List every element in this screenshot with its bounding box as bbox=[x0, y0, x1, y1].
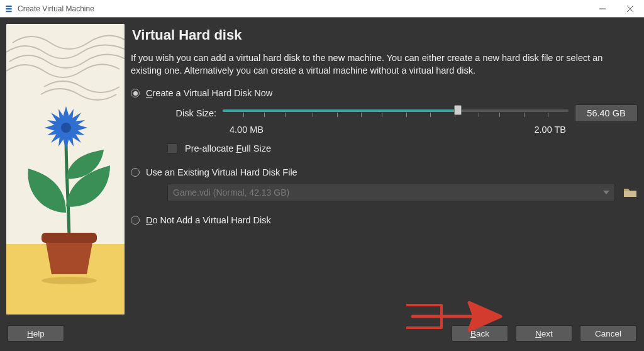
preallocate-label: Pre-allocate Full Size bbox=[185, 143, 271, 153]
minimize-button[interactable] bbox=[589, 0, 616, 18]
title-bar: Create Virtual Machine bbox=[0, 0, 644, 18]
disk-size-min: 4.00 MB bbox=[230, 125, 264, 135]
chevron-down-icon bbox=[603, 191, 609, 194]
wizard-panel: Virtual Hard disk If you wish you can ad… bbox=[131, 24, 638, 321]
existing-disk-value: Game.vdi (Normal, 42.13 GB) bbox=[173, 187, 289, 198]
radio-create-disk[interactable] bbox=[131, 89, 140, 98]
disk-size-label: Disk Size: bbox=[167, 108, 216, 118]
option-use-existing-label: Use an Existing Virtual Hard Disk File bbox=[146, 167, 297, 177]
page-title: Virtual Hard disk bbox=[132, 27, 638, 43]
next-button[interactable]: Next bbox=[516, 325, 572, 342]
slider-thumb[interactable] bbox=[454, 105, 462, 115]
page-description: If you wish you can add a virtual hard d… bbox=[131, 52, 621, 77]
preallocate-checkbox[interactable] bbox=[167, 143, 177, 153]
option-create-disk[interactable]: Create a Virtual Hard Disk Now bbox=[131, 88, 638, 98]
option-use-existing[interactable]: Use an Existing Virtual Hard Disk File bbox=[131, 167, 638, 177]
back-button[interactable]: Back bbox=[452, 325, 508, 342]
svg-point-6 bbox=[61, 123, 71, 133]
option-no-disk-label: Do Not Add a Virtual Hard Disk bbox=[146, 215, 271, 225]
svg-rect-7 bbox=[42, 233, 97, 243]
close-button[interactable] bbox=[616, 0, 644, 18]
radio-use-existing[interactable] bbox=[131, 168, 140, 177]
wizard-illustration bbox=[6, 24, 125, 315]
option-no-disk[interactable]: Do Not Add a Virtual Hard Disk bbox=[131, 215, 638, 225]
existing-disk-combo[interactable]: Game.vdi (Normal, 42.13 GB) bbox=[167, 184, 615, 201]
disk-size-value[interactable]: 56.40 GB bbox=[575, 104, 638, 122]
wizard-footer: Help Back Next Cancel bbox=[0, 321, 644, 351]
svg-point-8 bbox=[42, 277, 97, 284]
cancel-button[interactable]: Cancel bbox=[580, 325, 636, 342]
option-create-disk-label: Create a Virtual Hard Disk Now bbox=[146, 88, 272, 98]
app-icon bbox=[4, 4, 14, 14]
help-button[interactable]: Help bbox=[8, 325, 64, 342]
folder-icon bbox=[623, 187, 637, 198]
browse-button[interactable] bbox=[623, 186, 638, 199]
disk-size-slider[interactable] bbox=[223, 105, 569, 121]
radio-no-disk[interactable] bbox=[131, 216, 140, 225]
disk-size-max: 2.00 TB bbox=[534, 125, 566, 135]
window-title: Create Virtual Machine bbox=[18, 4, 94, 13]
